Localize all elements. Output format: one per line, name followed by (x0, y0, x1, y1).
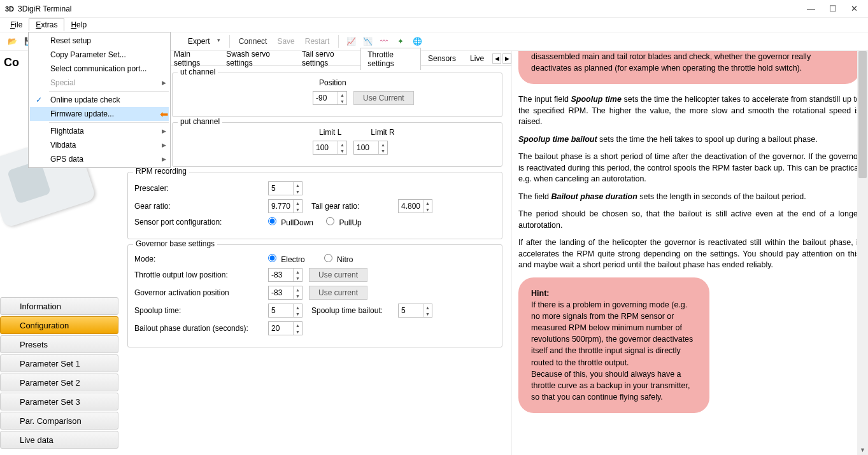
bailout-duration-input[interactable] (269, 322, 293, 335)
gear-ratio-input[interactable] (269, 200, 293, 213)
gov-activation-input[interactable] (269, 286, 293, 299)
spoolup-input[interactable] (269, 304, 293, 317)
chart4-icon[interactable]: ✦ (394, 34, 408, 48)
nav-information[interactable]: Information (0, 297, 118, 315)
tail-gear-ratio-input[interactable] (399, 200, 423, 213)
limit-l-spinner[interactable]: ▲▼ (313, 141, 347, 155)
extras-dropdown: Reset setup Copy Parameter Set... Select… (28, 32, 171, 168)
spoolup-spinner[interactable]: ▲▼ (268, 304, 302, 318)
group-output-channel: put channel Limit L Limit R ▲▼ ▲▼ (172, 122, 502, 167)
tab-live[interactable]: Live (463, 52, 491, 65)
bailout-duration-spinner[interactable]: ▲▼ (268, 321, 302, 335)
maximize-button[interactable]: ☐ (829, 4, 837, 13)
label-bailout-duration: Bailout phase duration (seconds): (134, 324, 268, 333)
radio-pullup[interactable]: PullUp (326, 217, 362, 227)
group-input-channel: ut channel Position ▲▼ Use Current (172, 73, 502, 117)
throttle-low-spinner[interactable]: ▲▼ (268, 268, 302, 282)
chart3-icon[interactable]: 〰 (377, 34, 391, 48)
throttle-low-input[interactable] (269, 269, 293, 281)
help-paragraph: Spoolup time bailout sets the time the h… (518, 134, 860, 146)
label-prescaler: Prescaler: (134, 184, 268, 193)
warning-box-top: disassembled main and tail rotor blades … (518, 51, 860, 84)
tab-strip: Main settings Swash servo settings Tail … (167, 51, 511, 66)
menu-file[interactable]: File (4, 19, 29, 31)
menu-flightdata[interactable]: Flightdata▶ (30, 124, 169, 138)
radio-electro[interactable]: Electro (268, 254, 305, 264)
group-rpm-recording: RPM recording Prescaler: ▲▼ Gear ratio: … (127, 172, 502, 239)
help-paragraph: If after the landing of the helicopter t… (518, 237, 860, 271)
radio-nitro[interactable]: Nitro (324, 254, 353, 264)
label-spoolup-bailout: Spoolup time bailout: (311, 306, 394, 315)
check-icon: ✓ (36, 95, 42, 104)
tail-gear-ratio-spinner[interactable]: ▲▼ (398, 199, 432, 213)
connect-button[interactable]: Connect (235, 36, 271, 47)
mode-combo[interactable]: Expert (183, 36, 224, 47)
scrollbar-thumb[interactable] (858, 51, 867, 178)
menu-online-update-check[interactable]: ✓Online update check (30, 93, 169, 107)
tab-scroll-left[interactable]: ◀ (492, 53, 501, 64)
nav-parameter-set-3[interactable]: Parameter Set 3 (0, 393, 118, 410)
menu-firmware-update[interactable]: Firmware update...⬅ (30, 107, 169, 121)
chart2-icon[interactable]: 📉 (360, 34, 374, 48)
nav-presets[interactable]: Presets (0, 335, 118, 353)
nav-configuration[interactable]: Configuration (0, 316, 118, 334)
gov-activation-spinner[interactable]: ▲▼ (268, 286, 302, 300)
gear-ratio-spinner[interactable]: ▲▼ (268, 199, 302, 213)
menu-gpsdata[interactable]: GPS data▶ (30, 152, 169, 166)
save-button[interactable]: Save (273, 36, 298, 47)
position-input[interactable] (313, 92, 338, 104)
prescaler-spinner[interactable]: ▲▼ (268, 181, 302, 195)
label-tail-gear-ratio: Tail gear ratio: (311, 202, 394, 211)
label-spoolup: Spoolup time: (134, 306, 268, 315)
legend-governor-base: Governor base settings (133, 239, 217, 248)
nav-parameter-set-2[interactable]: Parameter Set 2 (0, 374, 118, 391)
prescaler-input[interactable] (269, 182, 293, 195)
hint-box: Hint: If there is a problem in governing… (518, 277, 709, 413)
menu-special[interactable]: Special▶ (30, 76, 169, 90)
tab-sensors[interactable]: Sensors (421, 52, 463, 65)
menu-reset-setup[interactable]: Reset setup (30, 34, 169, 48)
nav-live-data[interactable]: Live data (0, 431, 118, 449)
legend-rpm-recording: RPM recording (133, 167, 189, 176)
spoolup-bailout-input[interactable] (399, 304, 423, 317)
nav-parameter-set-1[interactable]: Parameter Set 1 (0, 354, 118, 372)
position-spinner[interactable]: ▲▼ (313, 91, 347, 105)
use-current-button-2[interactable]: Use current (309, 268, 367, 282)
label-limit-r: Limit R (371, 128, 394, 137)
scroll-down-icon[interactable]: ▼ (857, 444, 868, 455)
minimize-button[interactable]: — (807, 4, 815, 13)
chart1-icon[interactable]: 📈 (344, 34, 358, 48)
label-gov-activation: Governor activation position (134, 288, 268, 297)
help-paragraph: The period should be chosen so, that the… (518, 209, 860, 231)
nav-par-comparison[interactable]: Par. Comparison (0, 412, 118, 430)
pointer-arrow-icon: ⬅ (160, 109, 168, 120)
radio-pulldown[interactable]: PullDown (268, 217, 313, 227)
open-icon[interactable]: 📂 (5, 34, 19, 48)
limit-l-input[interactable] (313, 141, 338, 154)
limit-r-spinner[interactable]: ▲▼ (353, 141, 388, 155)
close-button[interactable]: ✕ (851, 4, 858, 13)
menu-select-com-port[interactable]: Select communication port... (30, 62, 169, 76)
menu-extras[interactable]: Extras (29, 18, 64, 31)
page-title-fragment: Co (4, 56, 19, 69)
app-logo: 3D (5, 5, 14, 13)
limit-r-input[interactable] (354, 141, 378, 154)
help-paragraph: The bailout phase is a short period of t… (518, 151, 860, 185)
hint-title: Hint: (531, 289, 549, 298)
menu-help[interactable]: Help (64, 19, 93, 31)
use-current-button-3[interactable]: Use current (309, 286, 367, 300)
menu-vibdata[interactable]: Vibdata▶ (30, 138, 169, 152)
restart-button[interactable]: Restart (301, 36, 334, 47)
spoolup-bailout-spinner[interactable]: ▲▼ (398, 304, 432, 318)
menu-copy-parameter-set[interactable]: Copy Parameter Set... (30, 48, 169, 62)
label-limit-l: Limit L (319, 128, 341, 137)
tab-scroll-right[interactable]: ▶ (502, 53, 511, 64)
tab-throttle-settings[interactable]: Throttle settings (360, 48, 421, 70)
use-current-button-1[interactable]: Use Current (353, 91, 414, 105)
globe-icon[interactable]: 🌐 (410, 34, 424, 48)
vertical-scrollbar[interactable]: ▲ ▼ (857, 51, 868, 455)
label-gear-ratio: Gear ratio: (134, 202, 268, 211)
help-panel: disassembled main and tail rotor blades … (511, 51, 868, 455)
legend-output-channel: put channel (178, 117, 222, 126)
legend-input-channel: ut channel (178, 67, 218, 76)
